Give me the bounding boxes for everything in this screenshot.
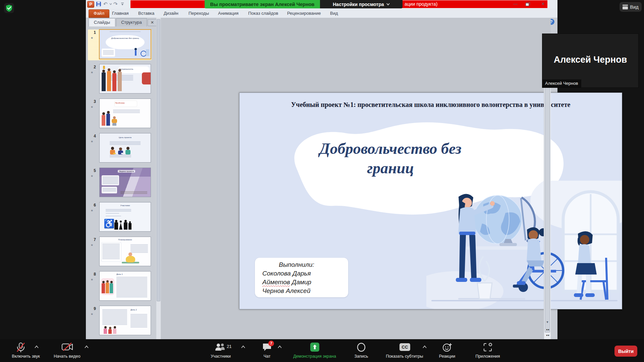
ribbon-tab-row: Файл Главная Вставка Дизайн Переходы Ани… <box>86 8 557 18</box>
authors-box: Выполнили: Соколова Дарья Айметов Дамир … <box>255 258 348 297</box>
powerpoint-window: P ↶ ↷ ации продукта) — × Фа <box>86 0 557 339</box>
slide-thumbnail-6[interactable]: 6 ★ Участники ♿ <box>88 202 152 233</box>
author-name: Соколова Дарья <box>262 270 311 277</box>
view-button-label: Вид <box>630 4 638 10</box>
undo-dropdown-icon[interactable] <box>109 3 112 5</box>
apps-icon <box>483 343 492 352</box>
participants-count: 21 <box>227 344 231 349</box>
participant-name-label: Алексей Чернов <box>542 79 581 87</box>
chevron-up-icon[interactable] <box>277 345 282 349</box>
slide-number: 1 <box>91 30 96 35</box>
inclusive-classroom-illustration <box>426 181 622 309</box>
slide-thumbnail-7[interactable]: 7 ★ Планирование <box>88 237 152 267</box>
participants-label: Участники <box>194 354 248 359</box>
thumb-title: День 2 <box>130 309 137 311</box>
maximize-button[interactable] <box>526 2 530 6</box>
wheelchair-pictogram: ♿ <box>104 219 114 229</box>
participant-video-tile[interactable]: Алексей Чернов Алексей Чернов <box>542 34 639 88</box>
redo-icon[interactable]: ↷ <box>113 1 118 7</box>
close-button[interactable]: × <box>537 1 549 7</box>
chat-label: Чат <box>240 354 294 359</box>
thumb-title: Добровольчество без границ <box>100 37 151 39</box>
tab-outline[interactable]: Структура <box>116 18 147 26</box>
undo-icon[interactable]: ↶ <box>103 1 108 7</box>
chevron-up-icon[interactable] <box>241 345 246 349</box>
slide-thumbnail-9[interactable]: 9 ★ День 2 <box>88 306 152 337</box>
animation-star-icon: ★ <box>91 105 93 109</box>
animation-star-icon: ★ <box>91 278 93 281</box>
microphone-icon <box>16 343 25 353</box>
slide-number: 2 <box>91 65 96 69</box>
thumb-title: Задачи проекта <box>118 170 135 173</box>
participant-name-large: Алексей Чернов <box>542 55 638 65</box>
slide-thumbnail-5[interactable]: 5 ★ Задачи проекта <box>88 168 152 198</box>
slide-number: 4 <box>91 134 96 138</box>
next-slide-button[interactable]: ▼▼ <box>544 335 551 337</box>
gallery-view-icon <box>623 5 628 9</box>
author-name: Айметов Дамир <box>262 279 311 286</box>
slide-thumbnail-1[interactable]: 1 ★ Добровольчество без границ <box>88 29 152 60</box>
tab-insert[interactable]: Вставка <box>136 10 156 17</box>
minimize-button[interactable]: — <box>509 1 522 7</box>
window-title-fragment: ации продукта) <box>405 1 437 7</box>
slide-number: 9 <box>91 306 96 311</box>
tab-transitions[interactable]: Переходы <box>186 10 211 17</box>
tab-animations[interactable]: Анимация <box>216 10 240 17</box>
thumb-title: День 1 <box>116 273 123 275</box>
panel-scrollbar[interactable] <box>156 18 161 339</box>
slide-canvas[interactable]: Учебный проект №1: просветительская школ… <box>239 93 622 309</box>
animation-star-icon: ★ <box>91 71 93 74</box>
slide-thumbnail-2[interactable]: 2 ★ Актуальность <box>88 64 152 95</box>
save-icon[interactable] <box>96 1 101 7</box>
tab-design[interactable]: Дизайн <box>162 10 180 17</box>
thumb-title: Актуальность <box>119 68 133 70</box>
slide-header-text: Учебный проект №1: просветительская школ… <box>253 101 608 109</box>
captions-icon: CC <box>399 343 410 351</box>
screen-share-banner: Вы просматриваете экран Алексей Чернов <box>205 0 320 8</box>
powerpoint-logo-icon[interactable]: P <box>87 1 94 8</box>
slides-panel-tabs: Слайды Структура ✕ <box>86 18 161 26</box>
security-shield-icon[interactable] <box>4 3 14 13</box>
record-icon <box>357 343 366 352</box>
video-label: Начать видео <box>40 354 94 359</box>
scroll-down-icon[interactable]: ▼ <box>544 320 551 324</box>
slide-editing-area: Учебный проект №1: просветительская школ… <box>161 18 551 339</box>
slide-title-line2: границ <box>239 159 541 177</box>
previous-slide-button[interactable]: ▲▲ <box>544 328 551 330</box>
apps-label: Приложения <box>461 354 515 359</box>
thumb-title: Цель проекта <box>100 136 151 138</box>
animation-star-icon: ★ <box>91 140 93 143</box>
tab-home[interactable]: Главная <box>110 10 130 17</box>
share-screen-icon <box>310 343 319 352</box>
chevron-up-icon[interactable] <box>422 345 427 349</box>
tab-slideshow[interactable]: Показ слайдов <box>246 10 280 17</box>
view-options-dropdown[interactable]: Настройки просмотра <box>320 0 402 8</box>
animation-star-icon: ★ <box>91 209 93 212</box>
chat-badge: 7 <box>268 341 274 346</box>
tab-slides-thumbnails[interactable]: Слайды <box>89 18 115 26</box>
slide-number: 8 <box>91 272 96 277</box>
slide-number: 7 <box>91 237 96 242</box>
slide-number: 6 <box>91 203 96 207</box>
slide-thumbnail-3[interactable]: 3 ★ Проблема <box>88 99 152 129</box>
animation-star-icon: ★ <box>91 312 93 316</box>
slide-thumbnail-4[interactable]: 4 ★ Цель проекта <box>88 133 152 164</box>
tab-view[interactable]: Вид <box>328 10 340 17</box>
thumb-title: Участники <box>100 204 151 206</box>
slide-title-line1: Добровольчество без <box>239 140 541 158</box>
slide-number: 3 <box>91 99 96 104</box>
tab-review[interactable]: Рецензирование <box>285 10 323 17</box>
author-name: Чернов Алексей <box>262 287 311 295</box>
slide-thumbnail-8[interactable]: 8 ★ День 1 <box>88 271 152 302</box>
qat-options-icon[interactable] <box>121 2 124 6</box>
chevron-up-icon[interactable] <box>84 345 89 349</box>
thumb-title: Проблема <box>115 102 124 104</box>
leave-button[interactable]: Выйти <box>614 346 637 357</box>
animation-star-icon: ★ <box>91 243 93 247</box>
reactions-icon <box>442 343 452 352</box>
zoom-app-window: Вид P ↶ ↷ ации продукта) — <box>0 0 644 362</box>
tab-file[interactable]: Файл <box>89 9 109 18</box>
chevron-up-icon[interactable] <box>34 345 39 349</box>
panel-close-icon[interactable]: ✕ <box>148 19 157 26</box>
view-button[interactable]: Вид <box>620 2 642 12</box>
